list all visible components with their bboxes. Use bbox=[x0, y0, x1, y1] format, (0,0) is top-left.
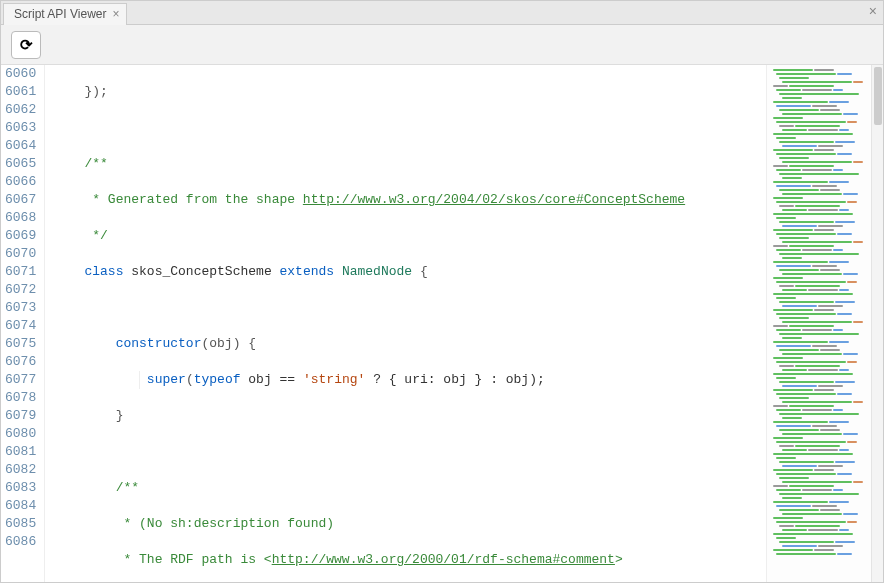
line-number: 6085 bbox=[5, 515, 36, 533]
vertical-scrollbar[interactable] bbox=[871, 65, 883, 582]
line-number: 6067 bbox=[5, 191, 36, 209]
line-number: 6070 bbox=[5, 245, 36, 263]
code-text: }); bbox=[53, 84, 108, 99]
line-number: 6082 bbox=[5, 461, 36, 479]
tab-bar: Script API Viewer × × bbox=[1, 1, 883, 25]
code-keyword: class bbox=[84, 264, 123, 279]
line-number: 6078 bbox=[5, 389, 36, 407]
line-number: 6065 bbox=[5, 155, 36, 173]
code-comment: > bbox=[615, 552, 623, 567]
code-link[interactable]: http://www.w3.org/2004/02/skos/core#Conc… bbox=[303, 192, 685, 207]
tab-title: Script API Viewer bbox=[14, 7, 106, 21]
code-text bbox=[53, 443, 766, 461]
line-number: 6086 bbox=[5, 533, 36, 551]
line-number: 6075 bbox=[5, 335, 36, 353]
code-text: obj == bbox=[241, 372, 303, 387]
code-punc: ( bbox=[186, 372, 194, 387]
code-string: 'string' bbox=[303, 372, 365, 387]
editor-area: 6060606160626063606460656066606760686069… bbox=[1, 65, 883, 582]
tab-script-api-viewer[interactable]: Script API Viewer × bbox=[3, 3, 127, 25]
code-comment: /** bbox=[53, 480, 139, 495]
line-number: 6077 bbox=[5, 371, 36, 389]
code-ident: skos_ConceptScheme bbox=[123, 264, 279, 279]
code-comment: */ bbox=[53, 228, 108, 243]
line-number: 6074 bbox=[5, 317, 36, 335]
line-number: 6080 bbox=[5, 425, 36, 443]
code-comment: * The RDF path is < bbox=[53, 552, 271, 567]
code-text: ? { uri: obj } : obj); bbox=[365, 372, 544, 387]
code-type: NamedNode bbox=[334, 264, 420, 279]
line-number: 6071 bbox=[5, 263, 36, 281]
line-number-gutter: 6060606160626063606460656066606760686069… bbox=[1, 65, 45, 582]
code-pane[interactable]: 6060606160626063606460656066606760686069… bbox=[1, 65, 766, 582]
scrollbar-thumb[interactable] bbox=[874, 67, 882, 125]
window-close-icon[interactable]: × bbox=[869, 3, 877, 19]
code-link[interactable]: http://www.w3.org/2000/01/rdf-schema#com… bbox=[272, 552, 615, 567]
code-keyword: constructor bbox=[116, 336, 202, 351]
code-punc: (obj) { bbox=[201, 336, 256, 351]
code-content[interactable]: }); /** * Generated from the shape http:… bbox=[45, 65, 766, 582]
line-number: 6060 bbox=[5, 65, 36, 83]
code-text bbox=[53, 119, 766, 137]
line-number: 6068 bbox=[5, 209, 36, 227]
refresh-button[interactable]: ⟳ bbox=[11, 31, 41, 59]
line-number: 6072 bbox=[5, 281, 36, 299]
line-number: 6063 bbox=[5, 119, 36, 137]
code-comment: * (No sh:description found) bbox=[53, 516, 334, 531]
line-number: 6064 bbox=[5, 137, 36, 155]
line-number: 6073 bbox=[5, 299, 36, 317]
line-number: 6061 bbox=[5, 83, 36, 101]
refresh-icon: ⟳ bbox=[20, 36, 33, 54]
close-icon[interactable]: × bbox=[112, 8, 119, 20]
line-number: 6081 bbox=[5, 443, 36, 461]
code-comment: /** bbox=[53, 156, 108, 171]
code-keyword: super bbox=[147, 372, 186, 387]
line-number: 6076 bbox=[5, 353, 36, 371]
code-comment: * Generated from the shape bbox=[53, 192, 303, 207]
code-punc: } bbox=[53, 408, 123, 423]
minimap[interactable] bbox=[766, 65, 871, 582]
code-punc: { bbox=[420, 264, 428, 279]
line-number: 6066 bbox=[5, 173, 36, 191]
line-number: 6084 bbox=[5, 497, 36, 515]
line-number: 6069 bbox=[5, 227, 36, 245]
line-number: 6079 bbox=[5, 407, 36, 425]
code-text bbox=[53, 299, 766, 317]
line-number: 6062 bbox=[5, 101, 36, 119]
line-number: 6083 bbox=[5, 479, 36, 497]
toolbar: ⟳ bbox=[1, 25, 883, 65]
code-keyword: typeof bbox=[194, 372, 241, 387]
code-keyword: extends bbox=[279, 264, 334, 279]
